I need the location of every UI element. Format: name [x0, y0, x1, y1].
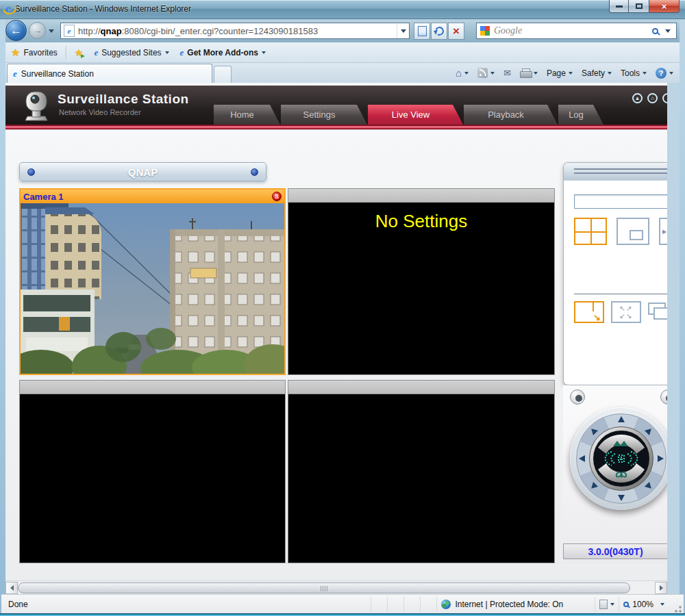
portal-home-icon[interactable]: ⌂	[647, 93, 658, 103]
page-menu[interactable]: Page	[543, 65, 576, 81]
fullscreen-button[interactable]: ↖↗↙↘	[611, 301, 641, 323]
close-button[interactable]: ×	[649, 0, 680, 13]
preset-button[interactable]	[660, 389, 667, 405]
favorites-star-icon: ★	[11, 47, 20, 59]
forward-button[interactable]: →	[29, 22, 46, 39]
horizontal-scroll-thumb[interactable]	[18, 582, 630, 593]
tab-playback[interactable]: Playback	[464, 105, 558, 125]
header-quick-icons: ▲ ⌂	[632, 93, 667, 103]
zoom-magnifier-icon	[623, 602, 629, 607]
favorites-button[interactable]: ★ Favorites	[5, 44, 63, 61]
add-favorite-button[interactable]: ★	[69, 44, 89, 61]
address-url[interactable]: http://qnap:8080/cgi-bin/_enter.cgi?coun…	[78, 26, 397, 36]
scroll-right-button[interactable]	[655, 582, 667, 594]
app-nav-tabs: Home Settings Live View Playback Log	[214, 105, 604, 125]
camera-cell-2[interactable]: No Settings	[288, 188, 555, 375]
command-bar: ⌂ ✉ Page Safety Tools ?	[452, 63, 677, 83]
compatibility-view-button[interactable]	[414, 23, 430, 40]
camera-1-video[interactable]	[21, 203, 284, 374]
search-input[interactable]: Google	[494, 25, 652, 36]
camera-4-video[interactable]	[288, 394, 554, 563]
search-icon[interactable]	[652, 28, 658, 34]
ie-icon: e	[180, 48, 184, 57]
get-addons-button[interactable]: e Get More Add-ons	[175, 44, 271, 61]
home-button[interactable]: ⌂	[452, 65, 472, 81]
camera-cell-1[interactable]: Camera 1 S	[19, 188, 286, 375]
globe-icon	[441, 600, 451, 609]
recent-pages-dropdown[interactable]	[49, 29, 54, 33]
layout-buttons: ▶	[574, 218, 667, 245]
expand-arrows-icon: ↖↗↙↘	[619, 305, 634, 320]
tab-settings[interactable]: Settings	[281, 105, 367, 125]
server-bar-handle-left	[27, 168, 35, 176]
cascade-windows-button[interactable]	[648, 301, 667, 323]
back-icon: ←	[10, 24, 22, 38]
app-subtitle: Network Video Recorder	[59, 108, 141, 116]
print-button[interactable]	[516, 65, 541, 81]
camera-3-video[interactable]	[20, 394, 285, 563]
header-accent-line	[5, 125, 667, 130]
safety-menu[interactable]: Safety	[578, 65, 615, 81]
minimize-button[interactable]	[609, 0, 629, 13]
suggested-sites-button[interactable]: e Suggested Sites	[88, 44, 174, 61]
snapshot-button[interactable]	[570, 389, 585, 405]
forward-icon: →	[33, 25, 42, 36]
app-logo-camera-icon	[21, 89, 52, 122]
address-bar[interactable]: e http://qnap:8080/cgi-bin/_enter.cgi?co…	[60, 23, 410, 39]
grid-2x2-layout-button[interactable]	[574, 218, 607, 245]
view-mode-buttons: ↘ ↖↗↙↘	[574, 301, 667, 323]
tab-home[interactable]: Home	[214, 105, 280, 125]
compatibility-icon	[418, 26, 427, 36]
maximize-button[interactable]	[629, 0, 649, 13]
ptz-control-wheel[interactable]	[570, 407, 667, 510]
server-bar-handle-right	[251, 168, 258, 176]
clipped-icon[interactable]	[662, 93, 667, 103]
tab-surveillance-station[interactable]: e Surveillance Station	[7, 64, 212, 83]
back-button[interactable]: ←	[5, 20, 27, 41]
title-bar[interactable]: e Surveillance Station - Windows Interne…	[0, 0, 685, 19]
feed-icon	[477, 68, 488, 78]
navigation-bar: ← → e http://qnap:8080/cgi-bin/_enter.cg…	[0, 19, 685, 42]
stop-icon: ×	[453, 25, 460, 37]
single-view-layout-button[interactable]: ▶	[659, 218, 667, 245]
maximize-icon	[636, 3, 643, 9]
search-dropdown[interactable]	[665, 29, 671, 33]
server-bar[interactable]: QNAP	[19, 162, 266, 181]
camera-2-video[interactable]: No Settings	[288, 203, 554, 374]
feeds-button[interactable]	[474, 65, 498, 81]
zoom-control[interactable]: 100%	[619, 597, 669, 612]
camera-select-input[interactable]	[574, 194, 667, 209]
page-icon: e	[64, 25, 75, 37]
status-message: Done	[8, 600, 371, 609]
play-icon: ▶	[662, 229, 667, 235]
tab-log[interactable]: Log	[558, 105, 603, 125]
help-button[interactable]: ?	[652, 65, 677, 81]
camera-1-title-bar: Camera 1 S	[21, 190, 284, 203]
picture-in-picture-layout-button[interactable]	[616, 218, 649, 245]
logout-icon[interactable]: ▲	[632, 93, 643, 103]
search-box[interactable]: Google	[476, 23, 677, 39]
layout-panel: ▶ ↘ ↖↗↙↘	[563, 162, 667, 385]
tab-live-view[interactable]: Live View	[368, 105, 463, 125]
read-mail-button[interactable]: ✉	[500, 65, 514, 81]
add-favorite-icon: ★	[75, 47, 84, 58]
address-dropdown[interactable]	[397, 23, 409, 38]
resize-grip[interactable]	[673, 604, 682, 613]
camera-1-name: Camera 1	[23, 192, 64, 202]
server-name: QNAP	[128, 166, 158, 178]
stop-button[interactable]: ×	[448, 23, 464, 40]
new-tab-button[interactable]	[214, 66, 232, 83]
scroll-left-button[interactable]	[5, 582, 18, 594]
sequential-mode-button[interactable]: ↘	[574, 301, 604, 323]
camera-cell-4[interactable]	[288, 380, 555, 563]
privacy-report-button[interactable]	[595, 597, 619, 612]
panel-grip-handle[interactable]	[564, 163, 667, 181]
refresh-button[interactable]	[431, 23, 447, 40]
sequence-arrow-icon: ↘	[593, 313, 601, 322]
app-header: Surveillance Station Network Video Recor…	[5, 86, 667, 125]
tools-menu[interactable]: Tools	[617, 65, 650, 81]
camera-cell-3[interactable]	[19, 380, 286, 563]
ie-icon: e	[94, 48, 98, 57]
version-bar: 3.0.0(0430T)	[563, 543, 667, 559]
horizontal-scrollbar[interactable]	[5, 580, 667, 594]
